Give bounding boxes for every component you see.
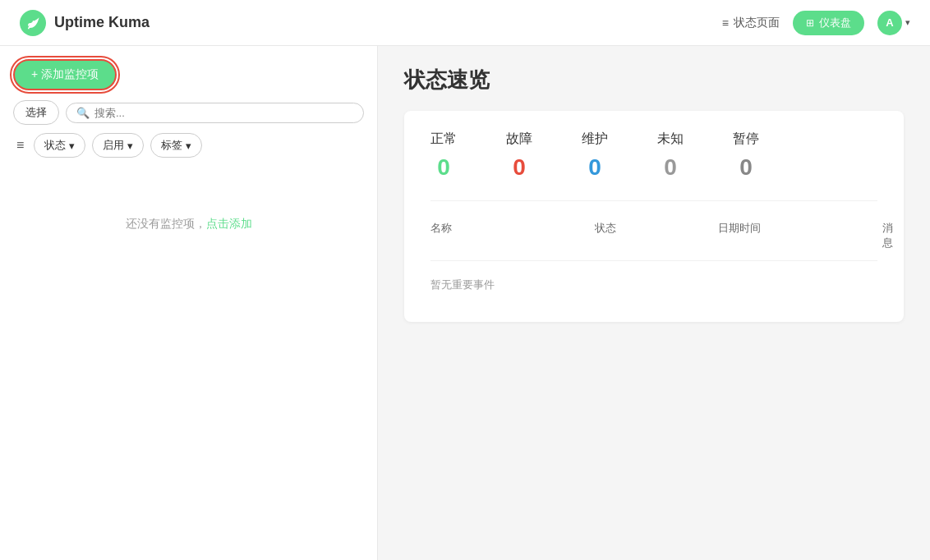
- status-overview: 正常 0 故障 0 维护 0 未知 0 暂停 0: [430, 131, 877, 201]
- menu-icon: ≡: [722, 16, 729, 30]
- maintenance-count: 0: [588, 154, 601, 181]
- content-area: 状态速览 正常 0 故障 0 维护 0 未知 0: [378, 46, 930, 560]
- dashboard-icon: ⊞: [806, 17, 814, 29]
- maintenance-label: 维护: [582, 131, 608, 148]
- tags-filter-button[interactable]: 标签 ▾: [150, 133, 202, 158]
- dashboard-button[interactable]: ⊞ 仪表盘: [793, 11, 864, 35]
- app-name: Uptime Kuma: [54, 14, 150, 31]
- sidebar-filters: 选择 🔍 ≡ 状态 ▾ 启用 ▾ 标签 ▾: [13, 100, 364, 158]
- brand: Uptime Kuma: [20, 10, 150, 36]
- status-item-unknown: 未知 0: [657, 131, 684, 181]
- select-button[interactable]: 选择: [13, 100, 59, 125]
- main-layout: + 添加监控项 选择 🔍 ≡ 状态 ▾ 启用 ▾: [0, 46, 930, 560]
- normal-label: 正常: [430, 131, 457, 148]
- status-item-maintenance: 维护 0: [582, 131, 608, 181]
- search-wrapper: 🔍: [66, 103, 364, 123]
- sidebar: + 添加监控项 选择 🔍 ≡ 状态 ▾ 启用 ▾: [0, 46, 378, 560]
- tags-filter-chevron-icon: ▾: [186, 140, 191, 152]
- empty-state: 还没有监控项，点击添加: [13, 168, 364, 281]
- unknown-label: 未知: [657, 131, 684, 148]
- col-message-header: 消息: [882, 221, 893, 250]
- events-table: 名称 状态 日期时间 消息 暂无重要事件: [430, 221, 877, 302]
- col-datetime-header: 日期时间: [718, 221, 882, 250]
- avatar-dropdown[interactable]: A ▾: [877, 11, 910, 35]
- search-input[interactable]: [94, 107, 353, 119]
- status-page-link[interactable]: ≡ 状态页面: [722, 16, 780, 30]
- page-title: 状态速览: [404, 66, 904, 94]
- avatar: A: [877, 11, 902, 35]
- events-empty-text: 暂无重要事件: [430, 268, 877, 302]
- search-icon: 🔍: [76, 107, 90, 119]
- empty-state-text: 还没有监控项，点击添加: [126, 217, 252, 232]
- status-item-normal: 正常 0: [430, 131, 457, 181]
- status-filter-chevron-icon: ▾: [69, 140, 75, 152]
- chevron-down-icon: ▾: [905, 17, 910, 28]
- empty-state-link[interactable]: 点击添加: [206, 217, 252, 230]
- search-row: 选择 🔍: [13, 100, 364, 125]
- status-item-paused: 暂停 0: [733, 131, 759, 181]
- col-status-header: 状态: [595, 221, 718, 250]
- enabled-filter-button[interactable]: 启用 ▾: [92, 133, 144, 158]
- leaf-icon: [25, 16, 40, 30]
- unknown-count: 0: [664, 154, 677, 181]
- paused-label: 暂停: [733, 131, 759, 148]
- paused-count: 0: [739, 154, 753, 181]
- normal-count: 0: [437, 154, 450, 181]
- fault-count: 0: [513, 154, 526, 181]
- navbar-right: ≡ 状态页面 ⊞ 仪表盘 A ▾: [722, 11, 910, 35]
- add-monitor-button[interactable]: + 添加监控项: [13, 59, 117, 90]
- col-name-header: 名称: [430, 221, 595, 250]
- enabled-filter-chevron-icon: ▾: [127, 140, 133, 152]
- filter-menu-icon-button[interactable]: ≡: [13, 135, 27, 156]
- events-table-header: 名称 状态 日期时间 消息: [430, 221, 877, 261]
- fault-label: 故障: [506, 131, 532, 148]
- navbar: Uptime Kuma ≡ 状态页面 ⊞ 仪表盘 A ▾: [0, 0, 930, 46]
- status-card: 正常 0 故障 0 维护 0 未知 0 暂停 0: [404, 111, 904, 322]
- status-filter-button[interactable]: 状态 ▾: [34, 133, 85, 158]
- status-item-fault: 故障 0: [506, 131, 532, 181]
- brand-logo: [20, 10, 46, 36]
- filter-row: ≡ 状态 ▾ 启用 ▾ 标签 ▾: [13, 133, 364, 158]
